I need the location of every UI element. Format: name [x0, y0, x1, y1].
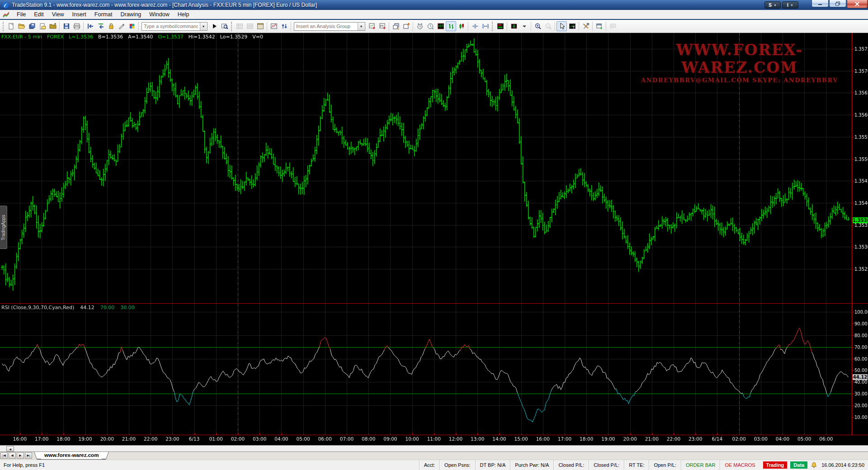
restore-button[interactable] — [829, 0, 846, 7]
status-s-button[interactable]: S▼ — [764, 1, 781, 9]
ohlc-bars-button[interactable] — [446, 21, 456, 31]
status-order-bar[interactable]: ORDER BAR — [681, 460, 720, 470]
horizontal-scrollbar[interactable]: ◀ — [0, 445, 868, 451]
close-workspace-button[interactable] — [47, 21, 58, 31]
menu-file[interactable]: File — [13, 10, 30, 19]
last-workspace-button[interactable]: ▶| — [25, 452, 32, 459]
back-button[interactable] — [85, 21, 95, 31]
time-tick-label: 15:00 — [514, 436, 528, 442]
symbol-command-dropdown[interactable]: ▼ — [200, 23, 207, 30]
toolbar-grip[interactable] — [231, 22, 232, 31]
drawing-tools-button[interactable] — [580, 21, 591, 31]
time-tick-label: 20:00 — [623, 436, 637, 442]
session-clock-button[interactable] — [425, 21, 435, 31]
insert-indicator-button[interactable] — [367, 21, 377, 31]
analysis-group-input[interactable] — [294, 23, 358, 30]
first-workspace-button[interactable]: |◀ — [0, 452, 8, 459]
header-field: A=1.3540 — [128, 34, 153, 40]
rsi-header-field: RSI (Close,9,30,70,Cyan,Red) — [1, 305, 74, 310]
status-acct: Acct: — [419, 460, 439, 470]
next-workspace-button[interactable]: ▶ — [17, 452, 24, 459]
up-down-bars-button[interactable] — [495, 21, 505, 31]
matrix-icon — [257, 23, 264, 30]
matrix-button[interactable] — [255, 21, 265, 31]
add-to-chart-button[interactable] — [594, 21, 604, 31]
zoom-in-button[interactable] — [533, 21, 543, 31]
menu-help[interactable]: Help — [174, 10, 193, 19]
send-to-back-button[interactable] — [391, 21, 401, 31]
chart-document-icon — [3, 11, 10, 18]
auto-scale-button[interactable] — [509, 21, 519, 31]
save-workspace-as-button[interactable] — [37, 21, 47, 31]
scroll-left-button[interactable]: ◀ — [6, 446, 14, 451]
symbol-command-combobox[interactable]: ▼ — [142, 22, 208, 31]
menu-format[interactable]: Format — [90, 10, 117, 19]
header-field: V=0 — [252, 34, 263, 40]
toolbar-separator — [413, 22, 413, 31]
analysis-group-dropdown[interactable]: ▼ — [358, 23, 364, 30]
menu-window[interactable]: Window — [145, 10, 173, 19]
help-hint: For Help, press F1 — [4, 462, 45, 468]
status-i-button[interactable]: I▼ — [782, 1, 798, 9]
radar-screen-button[interactable] — [269, 21, 279, 31]
time-tick-label: 18:00 — [57, 436, 70, 442]
analysis-group-combobox[interactable]: ▼ — [294, 22, 365, 31]
menu-insert[interactable]: Insert — [68, 10, 90, 19]
time-tick-label: 20:00 — [100, 436, 114, 442]
save-all-icon — [28, 23, 36, 30]
dropdown-caret-button[interactable] — [519, 21, 529, 31]
increase-spacing-button[interactable] — [480, 21, 491, 31]
minimize-button[interactable] — [811, 0, 829, 7]
colors-button[interactable] — [127, 21, 137, 31]
save-button[interactable] — [61, 21, 71, 31]
toolbar-grip[interactable] — [3, 22, 4, 31]
format-painter-button[interactable] — [116, 21, 127, 31]
status-open-psns: Open Psns: — [439, 460, 475, 470]
menu-edit[interactable]: Edit — [30, 10, 48, 19]
forward-button[interactable] — [95, 21, 106, 31]
bring-to-front-button[interactable] — [401, 21, 411, 31]
close-button[interactable] — [847, 0, 868, 8]
insert-strategy-button[interactable] — [377, 21, 387, 31]
price-tick-label: 1.3555 — [854, 135, 868, 140]
status-clock: 16.06.2014 6:23:50 — [821, 462, 864, 468]
symbol-command-input[interactable] — [142, 23, 200, 30]
alert-bell-icon[interactable] — [811, 462, 817, 469]
decrease-spacing-button[interactable] — [470, 21, 480, 31]
title-bar[interactable]: TradeStation 9.1 - www.forex-warez.com -… — [0, 0, 868, 10]
price-tick-label: 1.3560 — [854, 113, 868, 118]
print-button[interactable] — [71, 21, 82, 31]
new-document-button[interactable] — [6, 21, 16, 31]
symbol-lookup-button[interactable] — [219, 21, 230, 31]
tradingapps-tab[interactable]: TradingApps — [0, 206, 7, 249]
time-tick-label: 06:00 — [318, 436, 332, 442]
rsi-indicator-header: RSI (Close,9,30,70,Cyan,Red)44.1270.0030… — [1, 305, 135, 310]
trading-badge[interactable]: Trading — [763, 461, 788, 469]
price-tick-label: 1.3525 — [854, 267, 868, 272]
chart-style-icon — [437, 23, 444, 30]
price-tick-label: 1.3550 — [854, 157, 868, 162]
status-oe-macros[interactable]: OE MACROS — [720, 460, 760, 470]
rsi-tick-label: 60.00 — [854, 357, 868, 362]
candlestick-button[interactable] — [456, 21, 467, 31]
menu-drawing[interactable]: Drawing — [116, 10, 145, 19]
time-and-sales-button[interactable] — [415, 21, 425, 31]
sort-button[interactable] — [279, 21, 289, 31]
rsi-tick-label: 70.00 — [854, 345, 868, 350]
workspace-tab[interactable]: www.forex-warez.com — [37, 452, 106, 460]
price-chart-canvas[interactable] — [0, 33, 868, 445]
run-button[interactable] — [209, 21, 219, 31]
open-workspace-button[interactable] — [16, 21, 27, 31]
chart-style-button[interactable] — [435, 21, 446, 31]
menu-view[interactable]: View — [48, 10, 68, 19]
prev-workspace-button[interactable]: ◀ — [9, 452, 16, 459]
status-closed-p-l: Closed P/L: — [589, 460, 624, 470]
save-all-button[interactable] — [27, 21, 37, 31]
pointer-button[interactable] — [557, 21, 567, 31]
data-badge[interactable]: Data — [790, 461, 807, 469]
price-tick-label: 1.3545 — [854, 179, 868, 183]
lock-button[interactable] — [106, 21, 116, 31]
toolbar-grip[interactable] — [492, 22, 493, 31]
chart-text-button[interactable] — [567, 21, 577, 31]
toolbar-separator — [291, 22, 291, 31]
